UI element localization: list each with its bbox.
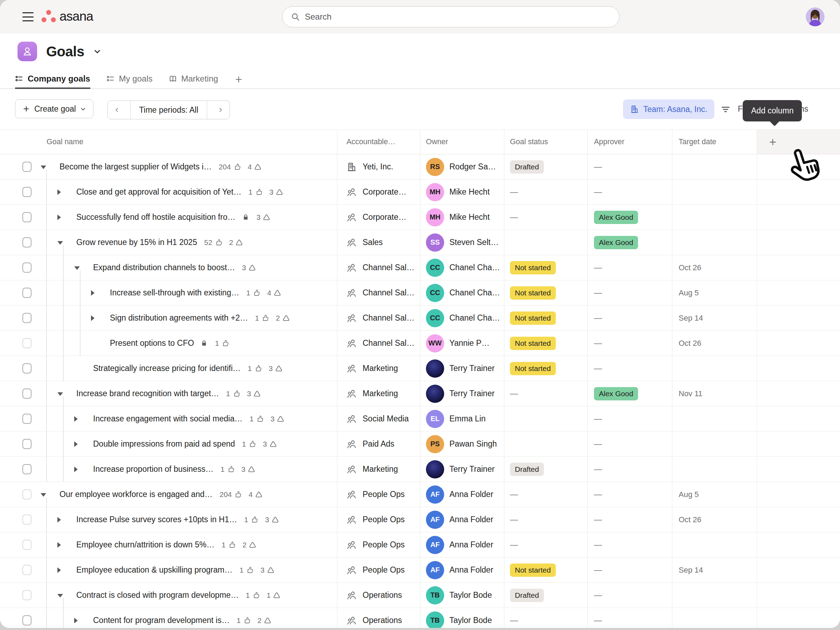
approver-cell[interactable]: Alex Good [587, 381, 672, 406]
accountable-cell[interactable]: Sales [337, 230, 420, 255]
approver-cell[interactable]: — [587, 482, 672, 507]
title-chevron-down-icon[interactable] [93, 47, 101, 55]
row-collapse-caret[interactable] [57, 241, 63, 245]
goal-status-cell[interactable] [504, 406, 587, 431]
row-checkbox[interactable] [22, 515, 32, 525]
user-avatar[interactable] [806, 7, 824, 26]
row-checkbox[interactable] [22, 489, 32, 499]
goal-status-cell[interactable]: Not started [504, 331, 587, 355]
row-checkbox[interactable] [22, 565, 32, 575]
subgoal-count[interactable]: 3 [261, 566, 275, 574]
table-row[interactable]: Successfully fend off hostile acquisitio… [0, 205, 840, 230]
column-header-goal-name[interactable]: Goal name [0, 130, 337, 154]
goal-name[interactable]: Employee churn/attrition is down 5%… [76, 540, 215, 549]
row-checkbox[interactable] [22, 590, 32, 600]
subgoal-count[interactable]: 3 [247, 390, 261, 398]
subgoal-count[interactable]: 3 [242, 465, 256, 474]
goal-name[interactable]: Grow revenue by 15% in H1 2025 [76, 238, 197, 247]
goal-status-cell[interactable]: — [504, 381, 587, 406]
approver-cell[interactable]: — [587, 406, 672, 431]
goal-status-cell[interactable]: — [504, 507, 587, 532]
accountable-cell[interactable]: People Ops [337, 507, 420, 532]
target-date-cell[interactable] [672, 608, 757, 628]
subgoal-count[interactable]: 2 [229, 238, 243, 247]
accountable-cell[interactable]: Operations [337, 608, 420, 628]
row-expand-caret[interactable] [91, 315, 95, 321]
row-checkbox[interactable] [22, 615, 32, 625]
team-filter-chip[interactable]: Team: Asana, Inc. [623, 99, 714, 119]
goal-name[interactable]: Present options to CFO [110, 338, 194, 348]
column-header-approver[interactable]: Approver [587, 130, 672, 154]
target-date-cell[interactable] [672, 180, 757, 204]
row-expand-caret[interactable] [57, 189, 61, 195]
tab-my-goals[interactable]: My goals [106, 71, 153, 89]
accountable-cell[interactable]: Marketing [337, 381, 420, 406]
subgoal-count[interactable]: 3 [242, 264, 256, 272]
goal-name[interactable]: Double impressions from paid ad spend [93, 439, 235, 449]
row-expand-caret[interactable] [74, 618, 78, 623]
target-date-cell[interactable] [672, 431, 757, 456]
row-expand-caret[interactable] [91, 290, 95, 296]
accountable-cell[interactable]: Channel Sal… [337, 331, 420, 355]
row-expand-caret[interactable] [74, 441, 78, 447]
likes-count[interactable]: 1 [226, 390, 240, 398]
add-tab-button[interactable] [234, 71, 243, 88]
row-checkbox[interactable] [22, 288, 32, 298]
likes-count[interactable]: 1 [255, 314, 269, 322]
row-checkbox[interactable] [22, 187, 32, 197]
owner-cell[interactable]: MHMike Hecht [420, 205, 504, 230]
filter-icon[interactable] [720, 104, 731, 114]
owner-cell[interactable]: PSPawan Singh [420, 431, 504, 456]
goal-name[interactable]: Close and get approval for acquisition o… [76, 187, 242, 197]
likes-count[interactable]: 204 [219, 490, 242, 499]
approver-cell[interactable]: — [587, 583, 672, 608]
row-checkbox[interactable] [22, 262, 32, 273]
target-date-cell[interactable] [672, 583, 757, 608]
accountable-cell[interactable]: Marketing [337, 356, 420, 381]
goal-status-cell[interactable]: Not started [504, 280, 587, 305]
approver-cell[interactable]: — [587, 557, 672, 583]
table-row[interactable]: Content for program development is… 12 O… [0, 608, 840, 628]
subgoal-count[interactable]: 3 [265, 516, 279, 524]
approver-cell[interactable]: — [587, 154, 672, 179]
owner-cell[interactable]: CCChanel Cha… [420, 280, 504, 305]
goal-name[interactable]: Increase brand recognition with target… [76, 389, 219, 398]
row-checkbox[interactable] [22, 363, 32, 373]
goal-name[interactable]: Strategically increase pricing for ident… [93, 364, 241, 373]
row-collapse-caret[interactable] [57, 392, 63, 396]
accountable-cell[interactable]: Yeti, Inc. [337, 154, 420, 179]
goal-status-cell[interactable]: — [504, 482, 587, 507]
goal-name[interactable]: Content for program development is… [93, 616, 230, 625]
approver-cell[interactable]: — [587, 331, 672, 355]
table-row[interactable]: Close and get approval for acquisition o… [0, 180, 840, 205]
likes-count[interactable]: 1 [237, 616, 251, 625]
accountable-cell[interactable]: Social Media [337, 406, 420, 431]
table-row[interactable]: Expand distribution channels to boost… 3… [0, 255, 840, 280]
owner-cell[interactable]: MHMike Hecht [420, 180, 504, 204]
likes-count[interactable]: 1 [248, 188, 263, 196]
approver-cell[interactable]: — [587, 180, 672, 204]
row-checkbox[interactable] [22, 540, 32, 550]
row-collapse-caret[interactable] [41, 166, 46, 169]
table-row[interactable]: Grow revenue by 15% in H1 2025 522 Sales… [0, 230, 840, 255]
row-collapse-caret[interactable] [57, 594, 63, 597]
subgoal-count[interactable]: 2 [257, 616, 272, 625]
table-row[interactable]: Present options to CFO 1 Channel Sal… WW… [0, 331, 840, 356]
subgoal-count[interactable]: 3 [269, 364, 283, 373]
accountable-cell[interactable]: Operations [337, 583, 420, 608]
target-date-cell[interactable] [672, 532, 757, 557]
tab-marketing[interactable]: Marketing [169, 71, 218, 89]
approver-cell[interactable]: — [587, 608, 672, 628]
subgoal-count[interactable]: 4 [248, 163, 262, 171]
owner-cell[interactable]: TBTaylor Bode [420, 608, 504, 628]
owner-cell[interactable]: TBTaylor Bode [420, 583, 504, 608]
approver-cell[interactable]: Alex Good [587, 205, 672, 230]
column-header-owner[interactable]: Owner [420, 130, 504, 154]
owner-cell[interactable]: ELEmma Lin [420, 406, 504, 431]
table-row[interactable]: Sign distribution agreements with +2… 12… [0, 306, 840, 331]
accountable-cell[interactable]: Channel Sal… [337, 280, 420, 305]
likes-count[interactable]: 1 [221, 541, 236, 549]
accountable-cell[interactable]: People Ops [337, 482, 420, 507]
subgoal-count[interactable]: 4 [267, 289, 281, 297]
owner-cell[interactable]: SSSteven Selt… [420, 230, 504, 255]
